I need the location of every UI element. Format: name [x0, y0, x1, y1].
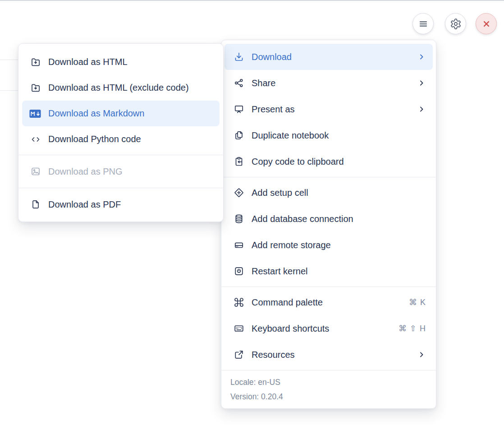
locale-text: Locale: en-US [230, 375, 427, 389]
power-icon [234, 266, 244, 277]
hamburger-menu-button[interactable] [412, 13, 434, 34]
menu-item-command-palette[interactable]: Command palette ⌘ K [225, 289, 433, 315]
submenu-item-download-python-code[interactable]: Download Python code [22, 126, 220, 152]
shortcut-hint: ⌘ ⇧ H [399, 324, 426, 333]
menu-item-label: Download as HTML (exclude code) [48, 83, 212, 93]
menu-item-add-remote-storage[interactable]: Add remote storage [225, 232, 433, 258]
menu-item-label: Duplicate notebook [252, 130, 426, 141]
menu-item-add-setup-cell[interactable]: Add setup cell [225, 180, 433, 206]
menu-item-label: Add setup cell [252, 188, 426, 198]
folder-download-icon [30, 83, 41, 93]
file-icon [30, 199, 41, 210]
clipboard-copy-icon [234, 156, 244, 167]
menu-item-present-as[interactable]: Present as [225, 96, 433, 122]
submenu-item-download-png[interactable]: Download as PNG [22, 158, 220, 185]
storage-drive-icon [234, 240, 244, 250]
menu-item-label: Present as [252, 104, 410, 115]
menu-item-label: Download Python code [48, 134, 212, 144]
menu-item-copy-code[interactable]: Copy code to clipboard [225, 148, 433, 175]
folder-download-icon [30, 57, 41, 68]
keyboard-icon [234, 323, 244, 334]
shortcut-hint: ⌘ K [409, 297, 426, 307]
menu-item-label: Resources [252, 350, 410, 360]
gear-icon [450, 18, 462, 30]
menu-divider [221, 177, 436, 177]
menu-item-label: Add remote storage [252, 240, 426, 250]
menu-item-download[interactable]: Download [225, 44, 433, 70]
menu-item-label: Download as HTML [48, 57, 212, 67]
submenu-item-download-html-exclude-code[interactable]: Download as HTML (exclude code) [22, 75, 220, 101]
chevron-right-icon [417, 350, 426, 359]
menu-item-label: Command palette [252, 297, 402, 308]
menu-footer: Locale: en-US Version: 0.20.4 [221, 370, 436, 408]
menu-item-share[interactable]: Share [225, 70, 433, 96]
download-submenu: Download as HTML Download as HTML (exclu… [18, 43, 224, 222]
menu-divider [18, 155, 223, 155]
code-icon [30, 134, 41, 145]
image-icon [30, 166, 41, 177]
background-grid-line [0, 60, 20, 60]
menu-item-label: Copy code to clipboard [252, 157, 426, 167]
database-icon [234, 213, 244, 224]
chevron-right-icon [417, 105, 426, 114]
background-grid-line [0, 90, 20, 91]
menu-divider [221, 287, 436, 287]
submenu-item-download-markdown[interactable]: Download as Markdown [22, 101, 220, 126]
menu-item-label: Download as PDF [48, 199, 212, 210]
menu-item-resources[interactable]: Resources [225, 342, 433, 368]
settings-button[interactable] [445, 13, 466, 34]
close-button[interactable] [476, 13, 497, 34]
menu-item-label: Download as PNG [48, 166, 212, 177]
menu-item-label: Restart kernel [252, 266, 426, 277]
page-top-border [0, 0, 504, 1]
chevron-right-icon [417, 79, 426, 88]
share-icon [234, 78, 244, 88]
notebook-menu: Download Share Present as Duplicate note… [221, 40, 436, 409]
command-icon [234, 297, 244, 308]
hamburger-icon [417, 18, 429, 30]
external-link-icon [234, 349, 244, 360]
menu-divider [18, 188, 223, 188]
menu-item-keyboard-shortcuts[interactable]: Keyboard shortcuts ⌘ ⇧ H [225, 315, 433, 342]
menu-item-duplicate-notebook[interactable]: Duplicate notebook [225, 122, 433, 148]
chevron-right-icon [417, 52, 426, 61]
submenu-item-download-html[interactable]: Download as HTML [22, 49, 220, 75]
add-cell-icon [234, 187, 244, 198]
version-text: Version: 0.20.4 [230, 389, 427, 404]
menu-item-label: Add database connection [252, 214, 426, 224]
menu-item-restart-kernel[interactable]: Restart kernel [225, 258, 433, 284]
menu-item-label: Download [252, 52, 410, 62]
presentation-icon [234, 104, 244, 115]
menu-item-label: Download as Markdown [48, 108, 212, 119]
menu-item-add-database-connection[interactable]: Add database connection [225, 206, 433, 232]
download-icon [234, 51, 244, 62]
menu-item-label: Share [252, 78, 410, 88]
menu-item-label: Keyboard shortcuts [252, 324, 391, 334]
close-icon [481, 18, 492, 30]
markdown-icon [30, 108, 41, 119]
submenu-item-download-pdf[interactable]: Download as PDF [22, 191, 220, 218]
duplicate-icon [234, 130, 244, 141]
